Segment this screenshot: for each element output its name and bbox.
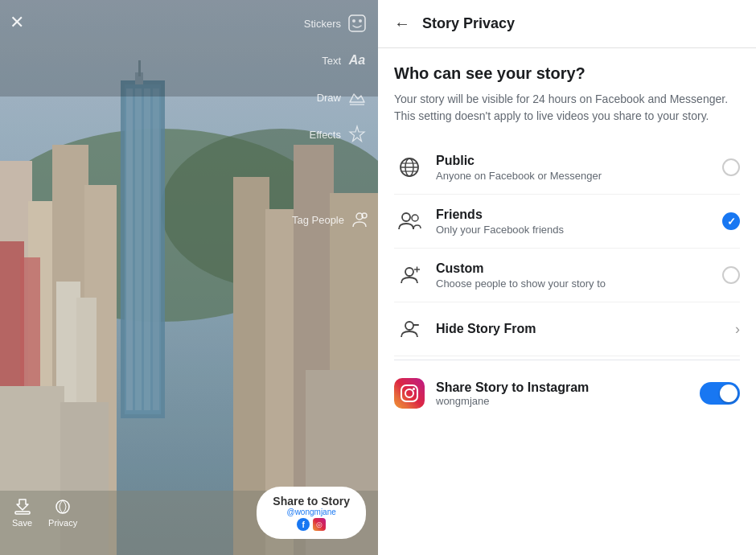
section-divider	[394, 360, 740, 360]
tools-panel: Stickers Text Aa Draw	[304, 12, 368, 146]
section-desc: Your story will be visible for 24 hours …	[394, 91, 740, 125]
svg-point-52	[413, 388, 415, 390]
custom-sublabel: Choose people to show your story to	[436, 278, 711, 290]
instagram-toggle[interactable]	[700, 382, 740, 405]
public-label: Public	[436, 154, 711, 168]
svg-point-48	[405, 322, 413, 330]
social-icons: f ◎	[297, 518, 326, 531]
public-sublabel: Anyone on Facebook or Messenger	[436, 170, 711, 182]
friends-option[interactable]: Friends Only your Facebook friends	[394, 195, 740, 249]
public-option[interactable]: Public Anyone on Facebook or Messenger	[394, 141, 740, 195]
effects-icon	[346, 123, 368, 146]
svg-point-51	[405, 389, 413, 397]
svg-point-37	[56, 500, 69, 513]
svg-rect-50	[401, 385, 417, 401]
hide-option[interactable]: Hide Story From ›	[394, 302, 740, 356]
custom-radio[interactable]	[722, 266, 740, 284]
public-radio[interactable]	[722, 158, 740, 176]
instagram-icon: ◎	[313, 518, 326, 531]
custom-label: Custom	[436, 261, 711, 276]
left-panel: ✕ Stickers Text Aa Draw	[0, 0, 378, 555]
stickers-icon	[346, 12, 368, 35]
stickers-tool[interactable]: Stickers	[304, 12, 368, 35]
tag-people-label: Tag People	[292, 214, 344, 226]
save-button[interactable]: Save	[12, 498, 32, 528]
svg-point-43	[402, 213, 410, 221]
custom-icon	[394, 260, 425, 290]
panel-title: Story Privacy	[422, 15, 515, 32]
svg-point-45	[405, 268, 413, 276]
hide-chevron: ›	[735, 321, 740, 338]
right-panel: ← Story Privacy Who can see your story? …	[378, 0, 756, 555]
instagram-label: Share Story to Instagram	[436, 380, 688, 395]
draw-icon	[346, 86, 368, 109]
top-bar: ✕ Stickers Text Aa Draw	[0, 0, 378, 158]
save-label: Save	[12, 518, 32, 528]
hide-label: Hide Story From	[436, 322, 724, 336]
instagram-option-text: Share Story to Instagram wongmjane	[436, 380, 688, 407]
text-icon: Aa	[346, 49, 368, 72]
panel-body: Who can see your story? Your story will …	[378, 48, 756, 555]
instagram-username: wongmjane	[436, 395, 688, 407]
bottom-bar: Save Privacy Share to Story @wongmjane f…	[0, 479, 378, 555]
privacy-button[interactable]: Privacy	[48, 498, 77, 528]
draw-tool[interactable]: Draw	[317, 86, 368, 109]
privacy-label: Privacy	[48, 518, 77, 528]
friends-radio[interactable]	[722, 212, 740, 230]
tag-people-button[interactable]: Tag People	[292, 209, 370, 230]
svg-point-30	[352, 19, 355, 23]
hide-option-text: Hide Story From	[436, 322, 724, 336]
stickers-label: Stickers	[304, 18, 341, 30]
friends-icon	[394, 206, 425, 236]
instagram-option[interactable]: Share Story to Instagram wongmjane	[394, 364, 740, 423]
share-btn-text: Share to Story	[273, 495, 350, 508]
svg-marker-33	[350, 126, 364, 142]
draw-label: Draw	[317, 92, 341, 104]
facebook-icon: f	[297, 518, 310, 531]
bottom-left-actions: Save Privacy	[12, 498, 77, 528]
close-button[interactable]: ✕	[10, 12, 24, 33]
share-btn-user: @wongmjane	[287, 508, 336, 516]
back-button[interactable]: ←	[394, 14, 410, 33]
custom-option-text: Custom Choose people to show your story …	[436, 261, 711, 290]
svg-rect-36	[15, 512, 30, 514]
effects-label: Effects	[309, 129, 341, 141]
svg-point-31	[359, 19, 362, 23]
friends-sublabel: Only your Facebook friends	[436, 224, 711, 236]
section-title: Who can see your story?	[394, 64, 740, 83]
svg-rect-29	[349, 15, 365, 31]
globe-icon	[394, 152, 425, 183]
svg-point-44	[412, 215, 418, 221]
share-to-story-button[interactable]: Share to Story @wongmjane f ◎	[257, 487, 366, 539]
friends-label: Friends	[436, 208, 711, 222]
panel-header: ← Story Privacy	[378, 0, 756, 48]
friends-option-text: Friends Only your Facebook friends	[436, 208, 711, 236]
public-option-text: Public Anyone on Facebook or Messenger	[436, 154, 711, 182]
instagram-icon-large	[394, 378, 425, 409]
custom-option[interactable]: Custom Choose people to show your story …	[394, 249, 740, 302]
text-label: Text	[322, 55, 341, 67]
text-tool[interactable]: Text Aa	[322, 49, 368, 72]
effects-tool[interactable]: Effects	[309, 123, 368, 146]
hide-icon	[394, 314, 425, 344]
